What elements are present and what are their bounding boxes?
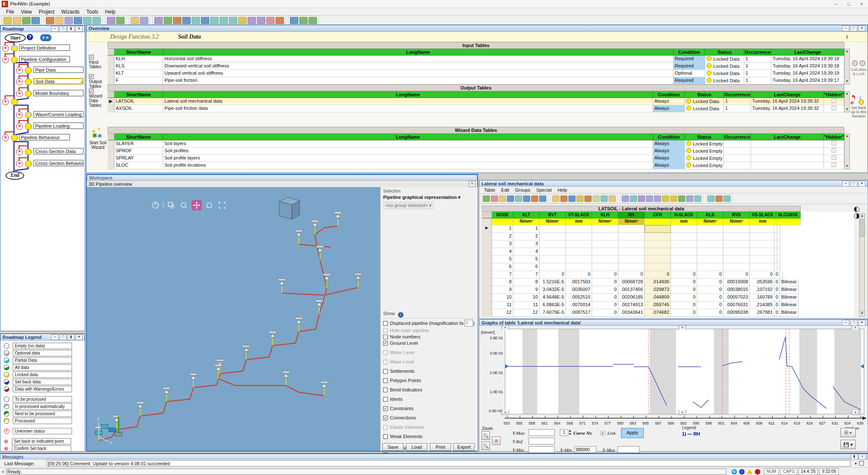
checkbox-icon[interactable]: ✓ bbox=[383, 416, 388, 420]
cell[interactable] bbox=[592, 233, 618, 240]
cell[interactable]: 0 bbox=[750, 271, 774, 279]
column-header[interactable]: Occurrence bbox=[744, 49, 771, 56]
column-header[interactable]: ShortName bbox=[114, 49, 163, 56]
cell[interactable]: Bilinear bbox=[780, 302, 798, 309]
cell[interactable] bbox=[566, 248, 592, 256]
cell[interactable] bbox=[750, 248, 774, 256]
cell[interactable] bbox=[540, 248, 566, 256]
cell[interactable] bbox=[671, 225, 697, 233]
roadmap-item-pipeline-behaviour[interactable]: Pipeline Behaviour bbox=[19, 134, 70, 140]
tables-icon[interactable] bbox=[182, 17, 191, 24]
cell-hidden[interactable] bbox=[824, 98, 844, 105]
column-header-rvt[interactable]: RVT bbox=[540, 212, 566, 218]
roadmap-close-button[interactable]: × bbox=[75, 26, 83, 32]
latsoil-row-11[interactable]: 11116.0863E-5.00700140.00274913.05974500… bbox=[482, 302, 854, 309]
cell[interactable]: 0 bbox=[592, 294, 618, 302]
column-header[interactable]: LongName bbox=[163, 134, 653, 140]
cell[interactable] bbox=[777, 256, 780, 263]
magnification-input[interactable]: 0 bbox=[465, 320, 473, 327]
cell[interactable] bbox=[618, 263, 645, 271]
group-icon[interactable] bbox=[131, 17, 139, 24]
latsoil-menu-groups[interactable]: Groups bbox=[512, 187, 533, 193]
cell-hidden[interactable] bbox=[824, 148, 844, 155]
project-icon[interactable] bbox=[46, 17, 54, 24]
cell[interactable]: 0 bbox=[774, 286, 780, 294]
undo-icon[interactable] bbox=[201, 17, 209, 24]
latsoil-maximize-button[interactable]: □ bbox=[850, 181, 857, 187]
cell[interactable]: .00343641 bbox=[618, 309, 645, 317]
message-dropdown[interactable]: ▾ bbox=[852, 461, 859, 466]
cell[interactable]: .160789 bbox=[750, 294, 774, 302]
link-icon[interactable] bbox=[275, 17, 284, 24]
output-row-LATSOIL[interactable]: ▶LATSOILLateral soil mechanical dataAlwa… bbox=[108, 98, 844, 105]
cell[interactable]: .00137456 bbox=[618, 286, 645, 294]
spinner-arrows[interactable]: ▲▼ bbox=[568, 429, 572, 436]
show-item-bend-indicators[interactable]: Bend Indicators bbox=[383, 387, 475, 392]
attach-icon[interactable] bbox=[74, 17, 82, 24]
cell[interactable]: 0 bbox=[697, 309, 723, 317]
checkbox-icon[interactable] bbox=[383, 434, 388, 439]
zoom-icon[interactable] bbox=[248, 17, 256, 24]
checkbox-icon[interactable] bbox=[383, 350, 388, 355]
cell[interactable] bbox=[592, 263, 618, 271]
cell[interactable]: .00057023 bbox=[723, 294, 750, 302]
latsoil-row-12[interactable]: 12127.6079E-5.00875170.00343641.07468200… bbox=[482, 309, 854, 317]
show-item-node-numbers[interactable]: Node numbers bbox=[383, 334, 475, 339]
column-header[interactable]: ShortName bbox=[114, 134, 163, 140]
info-icon[interactable] bbox=[238, 17, 247, 24]
roadmap-pin-button[interactable] bbox=[67, 26, 75, 32]
checkbox-icon[interactable] bbox=[383, 335, 388, 339]
cell[interactable] bbox=[774, 225, 777, 233]
column-header[interactable]: Occurrence bbox=[724, 134, 751, 140]
save-icon[interactable] bbox=[22, 17, 31, 24]
output-tables-toggle[interactable]: ✓ Output Tables bbox=[89, 74, 108, 89]
cell[interactable] bbox=[645, 263, 671, 271]
wizard-row-SPROF[interactable]: SPROFSoil profilesAlwaysLocked Empty bbox=[108, 148, 844, 155]
legend-maximize-button[interactable]: □ bbox=[59, 334, 67, 340]
cell[interactable]: .00206185 bbox=[618, 294, 645, 302]
cell[interactable] bbox=[592, 225, 618, 233]
help-book-icon[interactable] bbox=[290, 17, 298, 24]
roadmap-item-pipe-data[interactable]: Pipe Data bbox=[33, 67, 83, 73]
cell[interactable] bbox=[540, 233, 566, 240]
lock-icon[interactable] bbox=[309, 17, 317, 24]
cell[interactable]: 3.0432E-5 bbox=[540, 286, 566, 294]
cell[interactable]: .00274913 bbox=[618, 302, 645, 309]
wizard-icon[interactable] bbox=[210, 17, 219, 24]
cell[interactable]: 0 bbox=[671, 309, 697, 317]
cell[interactable] bbox=[697, 248, 723, 256]
open-icon[interactable] bbox=[13, 17, 21, 24]
new-icon[interactable] bbox=[3, 17, 12, 24]
latsoil-close-button[interactable]: × bbox=[858, 181, 865, 187]
note-icon[interactable] bbox=[55, 17, 64, 24]
latsoil-menu-help[interactable]: Help bbox=[554, 187, 570, 193]
setback-node-icon[interactable]: ✕ bbox=[16, 112, 23, 118]
rh-line-chart[interactable] bbox=[505, 329, 864, 414]
checkbox-icon[interactable] bbox=[383, 321, 388, 326]
cell[interactable]: Bilinear bbox=[780, 286, 798, 294]
status-node-icon[interactable] bbox=[25, 148, 32, 155]
cell[interactable] bbox=[592, 256, 618, 263]
setback-node-icon[interactable]: ✕ bbox=[16, 123, 23, 130]
checkbox-icon[interactable] bbox=[383, 369, 388, 374]
cell[interactable]: 0 bbox=[592, 271, 618, 279]
wizard-tables-checkbox[interactable]: ✓ bbox=[89, 89, 94, 93]
graph-minimize-button[interactable]: – bbox=[842, 320, 849, 326]
cell[interactable] bbox=[645, 256, 671, 263]
cell[interactable] bbox=[723, 233, 750, 240]
ok-icon[interactable] bbox=[707, 196, 715, 202]
status-node-icon[interactable] bbox=[25, 90, 32, 97]
print-button[interactable]: Print bbox=[430, 443, 451, 451]
status-node-icon[interactable] bbox=[25, 160, 32, 167]
delete-row-icon[interactable] bbox=[507, 196, 514, 202]
show-item-water-level[interactable]: Water Level bbox=[383, 350, 475, 355]
load-button[interactable]: Load bbox=[406, 443, 427, 451]
cell[interactable] bbox=[618, 233, 645, 240]
column-header[interactable]: Condition bbox=[653, 134, 685, 140]
paste-row-icon[interactable] bbox=[499, 196, 506, 202]
cell[interactable]: .00068728 bbox=[618, 279, 645, 286]
table-view-icons[interactable] bbox=[854, 207, 865, 212]
cell[interactable]: 0 bbox=[774, 279, 780, 286]
pipe-icon[interactable] bbox=[154, 17, 163, 24]
cell[interactable] bbox=[671, 256, 697, 263]
